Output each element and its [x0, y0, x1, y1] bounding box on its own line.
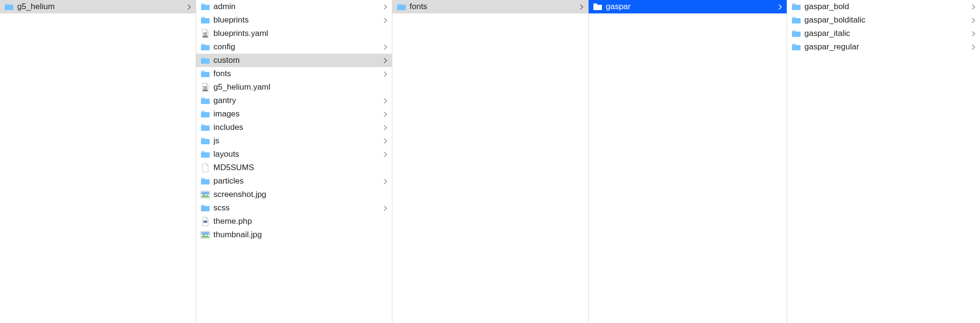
item-label: gaspar_bold [804, 2, 970, 12]
svg-rect-7 [203, 90, 208, 91]
list-item[interactable]: g5_helium.yaml [196, 81, 392, 94]
svg-rect-6 [203, 89, 207, 89]
item-label: blueprints [213, 15, 382, 25]
file-icon [200, 162, 211, 173]
list-item[interactable]: gaspar_regular [787, 40, 980, 54]
list-item[interactable]: thumbnail.jpg [196, 228, 392, 242]
folder-icon [791, 28, 802, 39]
svg-rect-9 [201, 192, 209, 195]
list-item[interactable]: gaspar_italic [787, 27, 980, 40]
finder-column: admin blueprints blueprints.yaml config … [196, 0, 392, 323]
list-item[interactable]: gantry [196, 94, 392, 107]
chevron-right-icon [186, 4, 192, 10]
item-label: theme.php [213, 217, 388, 226]
chevron-right-icon [382, 4, 388, 10]
svg-rect-4 [203, 86, 207, 87]
folder-icon [791, 15, 802, 25]
chevron-right-icon [382, 112, 388, 117]
item-label: gaspar_bolditalic [804, 15, 970, 25]
list-item[interactable]: scss [196, 201, 392, 215]
item-label: blueprints.yaml [213, 29, 388, 38]
chevron-right-icon [382, 206, 388, 211]
list-item[interactable]: gaspar [589, 0, 787, 13]
chevron-right-icon [970, 45, 976, 50]
item-label: fonts [410, 2, 579, 12]
folder-icon [200, 176, 211, 186]
folder-icon [200, 203, 211, 213]
item-label: config [213, 42, 382, 52]
finder-column: g5_helium [0, 0, 196, 323]
chevron-right-icon [382, 71, 388, 77]
svg-rect-0 [203, 33, 207, 33]
item-label: layouts [213, 150, 382, 159]
item-label: admin [213, 2, 382, 12]
folder-icon [200, 149, 211, 160]
list-item[interactable]: admin [196, 0, 392, 13]
item-label: particles [213, 176, 382, 186]
list-item[interactable]: particles [196, 174, 392, 188]
finder-column: gaspar [589, 0, 787, 323]
item-label: MD5SUMS [213, 163, 388, 173]
list-item[interactable]: screenshot.jpg [196, 188, 392, 201]
item-label: fonts [213, 69, 382, 79]
yaml-file-icon [200, 82, 211, 92]
list-item[interactable]: includes [196, 121, 392, 134]
chevron-right-icon [970, 18, 976, 23]
svg-rect-10 [203, 220, 208, 223]
svg-rect-5 [203, 88, 207, 88]
list-item[interactable]: theme.php [196, 215, 392, 228]
folder-icon [200, 42, 211, 52]
yaml-file-icon [200, 28, 211, 39]
image-file-icon [200, 189, 211, 200]
chevron-right-icon [382, 179, 388, 184]
folder-icon [200, 1, 211, 12]
chevron-right-icon [579, 4, 584, 10]
item-label: scss [213, 203, 382, 213]
item-label: thumbnail.jpg [213, 230, 388, 240]
item-label: js [213, 136, 382, 146]
list-item[interactable]: layouts [196, 148, 392, 161]
chevron-right-icon [970, 4, 976, 10]
chevron-right-icon [970, 31, 976, 36]
folder-icon [200, 136, 211, 146]
list-item[interactable]: custom [196, 54, 392, 67]
folder-icon [396, 1, 407, 12]
list-item[interactable]: g5_helium [0, 0, 196, 13]
chevron-right-icon [382, 58, 388, 63]
list-item[interactable]: fonts [392, 0, 588, 13]
chevron-right-icon [382, 138, 388, 144]
list-item[interactable]: MD5SUMS [196, 161, 392, 174]
list-item[interactable]: gaspar_bolditalic [787, 13, 980, 27]
chevron-right-icon [382, 18, 388, 23]
folder-icon [200, 55, 211, 66]
folder-icon [592, 1, 603, 12]
finder-column: gaspar_bold gaspar_bolditalic gaspar_ita… [787, 0, 980, 323]
chevron-right-icon [382, 45, 388, 50]
item-label: gantry [213, 96, 382, 105]
item-label: gaspar_regular [804, 42, 970, 52]
folder-icon [200, 122, 211, 133]
finder-column-view: g5_helium admin blueprints blueprints.ya… [0, 0, 980, 323]
list-item[interactable]: gaspar_bold [787, 0, 980, 13]
item-label: gaspar_italic [804, 29, 970, 38]
list-item[interactable]: fonts [196, 67, 392, 81]
image-file-icon [200, 230, 211, 240]
folder-icon [200, 69, 211, 79]
folder-icon [791, 42, 802, 52]
list-item[interactable]: config [196, 40, 392, 54]
item-label: g5_helium.yaml [213, 82, 388, 92]
chevron-right-icon [777, 4, 783, 10]
folder-icon [791, 1, 802, 12]
svg-rect-1 [203, 34, 207, 35]
chevron-right-icon [382, 152, 388, 157]
folder-icon [4, 1, 14, 12]
folder-icon [200, 15, 211, 25]
chevron-right-icon [382, 125, 388, 130]
svg-rect-3 [203, 36, 208, 37]
item-label: custom [213, 56, 382, 65]
list-item[interactable]: blueprints.yaml [196, 27, 392, 40]
list-item[interactable]: images [196, 107, 392, 121]
list-item[interactable]: js [196, 134, 392, 148]
list-item[interactable]: blueprints [196, 13, 392, 27]
item-label: includes [213, 123, 382, 132]
